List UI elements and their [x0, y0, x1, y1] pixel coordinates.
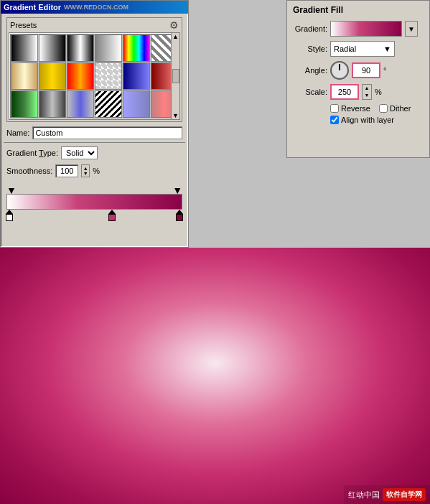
- opacity-stop-right[interactable]: ▼: [172, 185, 182, 196]
- gradient-bar[interactable]: [6, 194, 182, 210]
- smoothness-spinner[interactable]: ▲ ▼: [81, 164, 90, 177]
- reverse-checkbox-item: Reverse: [330, 104, 370, 113]
- scale-row: Scale: ▲ ▼ %: [293, 84, 424, 100]
- smoothness-label: Smoothness:: [6, 167, 52, 175]
- smoothness-increment[interactable]: ▲: [83, 166, 88, 171]
- style-dropdown-icon: ▼: [383, 45, 391, 53]
- style-row: Style: Radial ▼: [293, 41, 424, 57]
- list-item[interactable]: [11, 90, 38, 118]
- align-checkbox-item: Align with layer: [330, 116, 394, 124]
- divider: [4, 142, 185, 143]
- list-item[interactable]: [67, 34, 94, 62]
- color-stop-mid[interactable]: [108, 210, 116, 221]
- angle-dial[interactable]: [330, 61, 349, 80]
- list-item[interactable]: [123, 62, 150, 90]
- gradient-dropdown-arrow[interactable]: ▼: [405, 21, 418, 37]
- gradient-editor-title: Gradient Editor: [4, 3, 61, 11]
- style-select[interactable]: Radial ▼: [330, 41, 395, 57]
- list-item[interactable]: [11, 34, 38, 62]
- scale-percent: %: [375, 88, 382, 96]
- list-item[interactable]: [67, 90, 94, 118]
- presets-scrollbar[interactable]: ▲ ▼: [171, 33, 179, 119]
- degree-symbol: °: [383, 66, 386, 75]
- gradient-type-label: Gradient Type:: [6, 149, 58, 157]
- presets-label: Presets: [10, 21, 37, 29]
- list-item[interactable]: [67, 62, 94, 90]
- presets-section: Presets ⚙: [6, 17, 182, 122]
- scroll-up-button[interactable]: ▲: [172, 33, 179, 40]
- color-stop-0[interactable]: [6, 210, 13, 221]
- align-label: Align with layer: [341, 116, 394, 124]
- list-item[interactable]: [39, 62, 66, 90]
- smoothness-input[interactable]: [55, 164, 78, 177]
- reverse-checkbox[interactable]: [330, 104, 339, 113]
- gradient-label: Gradient:: [293, 24, 327, 33]
- scale-decrement[interactable]: ▼: [363, 92, 371, 99]
- opacity-stops-row: ▼ ▼: [6, 182, 182, 193]
- watermark-text: WWW.REDOCN.COM: [64, 4, 128, 11]
- opacity-stop-left[interactable]: ▼: [6, 185, 17, 196]
- dither-label: Dither: [390, 104, 411, 113]
- dither-checkbox-item: Dither: [379, 104, 411, 113]
- color-stop-100[interactable]: [176, 210, 183, 221]
- list-item[interactable]: [95, 62, 122, 90]
- scale-spinner[interactable]: ▲ ▼: [362, 84, 372, 100]
- angle-label: Angle:: [293, 66, 327, 75]
- name-input[interactable]: [32, 126, 182, 139]
- name-label: Name:: [6, 129, 29, 137]
- bottom-watermark-text: 红动中国: [348, 490, 380, 500]
- color-stops-row: [6, 210, 182, 224]
- canvas-background: [0, 248, 430, 504]
- spacer: [189, 0, 202, 248]
- gradient-row: Gradient: ▼: [293, 21, 424, 37]
- presets-grid: [10, 34, 179, 118]
- list-item[interactable]: [39, 34, 66, 62]
- angle-input[interactable]: [352, 62, 380, 78]
- list-item[interactable]: [123, 34, 150, 62]
- list-item[interactable]: [95, 34, 122, 62]
- scale-input[interactable]: [330, 84, 359, 100]
- gradient-preview-button[interactable]: [330, 21, 402, 37]
- gradient-bar-area: ▼ ▼: [6, 182, 182, 224]
- list-item[interactable]: [95, 90, 122, 118]
- list-item[interactable]: [39, 90, 66, 118]
- presets-gear-icon[interactable]: ⚙: [169, 19, 179, 31]
- scale-increment[interactable]: ▲: [363, 85, 371, 92]
- checkboxes-row1: Reverse Dither: [293, 104, 424, 113]
- angle-row: Angle: °: [293, 61, 424, 80]
- reverse-label: Reverse: [341, 104, 370, 113]
- gradient-editor-titlebar: Gradient Editor WWW.REDOCN.COM: [1, 1, 188, 14]
- checkboxes-row2: Align with layer: [293, 116, 424, 124]
- smoothness-row: Smoothness: ▲ ▼ %: [1, 162, 188, 180]
- list-item[interactable]: [123, 90, 150, 118]
- presets-grid-container: ▲ ▼: [9, 32, 180, 120]
- scale-label: Scale:: [293, 88, 327, 96]
- style-label: Style:: [293, 45, 327, 53]
- logo-badge: 软件自学网: [383, 488, 426, 501]
- align-checkbox[interactable]: [330, 116, 339, 124]
- smoothness-percent: %: [93, 167, 100, 175]
- scroll-down-button[interactable]: ▼: [172, 112, 179, 119]
- dither-checkbox[interactable]: [379, 104, 388, 113]
- style-value: Radial: [334, 45, 356, 53]
- canvas-area: 红动中国 软件自学网: [0, 248, 430, 504]
- bottom-bar: 红动中国 软件自学网: [344, 485, 430, 504]
- logo-text: 软件自学网: [386, 490, 422, 500]
- smoothness-decrement[interactable]: ▼: [83, 171, 88, 176]
- list-item[interactable]: [11, 62, 38, 90]
- gradient-type-row: Gradient Type: Solid: [1, 144, 188, 162]
- presets-header: Presets ⚙: [9, 19, 180, 32]
- gradient-fill-title: Gradient Fill: [293, 5, 424, 15]
- gradient-fill-panel: Gradient Fill Gradient: ▼ Style: Radial …: [286, 0, 430, 158]
- name-row: Name:: [1, 123, 188, 142]
- gradient-type-select[interactable]: Solid: [61, 146, 98, 159]
- gradient-editor-panel: Gradient Editor WWW.REDOCN.COM Presets ⚙: [0, 0, 189, 248]
- scroll-thumb[interactable]: [172, 69, 179, 83]
